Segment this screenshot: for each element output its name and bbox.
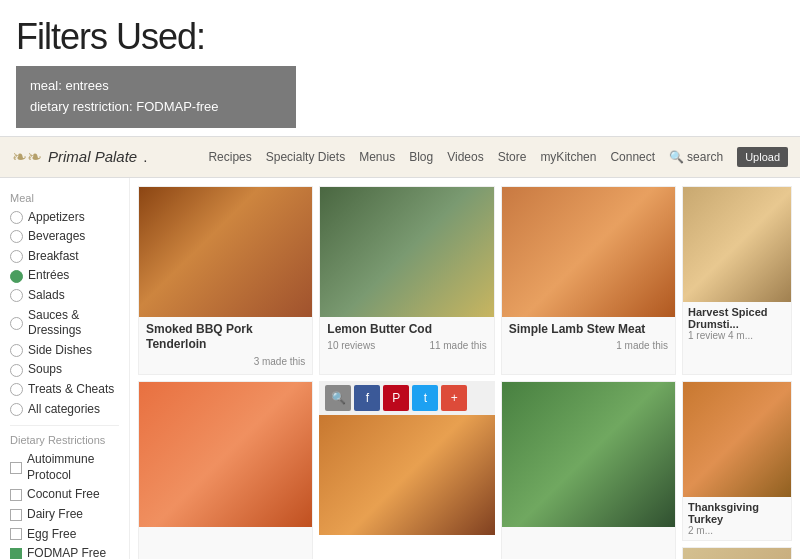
recipe-info-turkey: Thanksgiving Turkey 2 m...	[683, 497, 791, 540]
recipe-card-greens[interactable]	[501, 381, 676, 559]
sidebar-item-all-categories[interactable]: All categories	[10, 402, 119, 418]
nav-recipes[interactable]: Recipes	[208, 150, 251, 164]
recipe-card-harvest[interactable]: Harvest Spiced Drumsti... 1 review 4 m..…	[682, 186, 792, 375]
recipe-title-harvest: Harvest Spiced Drumsti...	[688, 306, 786, 330]
label-appetizers: Appetizers	[28, 210, 85, 226]
sidebar-item-salads[interactable]: Salads	[10, 288, 119, 304]
sidebar-item-entrees[interactable]: Entrées	[10, 268, 119, 284]
radio-all	[10, 403, 23, 416]
recipe-card-bbq-pork[interactable]: Smoked BBQ Pork Tenderloin 3 made this	[138, 186, 313, 375]
radio-beverages	[10, 230, 23, 243]
sidebar-divider	[10, 425, 119, 426]
recipe-card-cod[interactable]: Lemon Butter Cod 10 reviews 11 made this	[319, 186, 494, 375]
share-twitter-btn[interactable]: t	[412, 385, 438, 411]
recipe-card-salmon[interactable]	[138, 381, 313, 559]
recipe-card-pizza-col: 🔍 f P t +	[319, 381, 494, 559]
recipe-meta-cod: 10 reviews 11 made this	[327, 340, 486, 351]
page-title: Filters Used:	[16, 16, 784, 58]
recipe-card-side4[interactable]	[682, 547, 792, 559]
radio-treats	[10, 383, 23, 396]
recipe-image-salmon	[139, 382, 312, 527]
recipe-made-cod: 11 made this	[429, 340, 486, 351]
sidebar-item-dairy-free[interactable]: Dairy Free	[10, 507, 119, 523]
label-entrees: Entrées	[28, 268, 69, 284]
search-button[interactable]: 🔍 search	[669, 150, 723, 164]
sidebar-item-autoimmune[interactable]: Autoimmune Protocol	[10, 452, 119, 483]
right-col-bottom: Thanksgiving Turkey 2 m...	[682, 381, 792, 559]
label-breakfast: Breakfast	[28, 249, 79, 265]
sidebar-item-breakfast[interactable]: Breakfast	[10, 249, 119, 265]
radio-sauces	[10, 317, 23, 330]
label-sides: Side Dishes	[28, 343, 92, 359]
sidebar-item-treats[interactable]: Treats & Cheats	[10, 382, 119, 398]
share-search-btn[interactable]: 🔍	[325, 385, 351, 411]
recipe-meta-turkey: 2 m...	[688, 525, 786, 536]
recipe-made-turkey: 2 m...	[688, 525, 713, 536]
sidebar-item-beverages[interactable]: Beverages	[10, 229, 119, 245]
recipe-made-lamb: 1 made this	[616, 340, 668, 351]
nav-links: Recipes Specialty Diets Menus Blog Video…	[208, 147, 788, 167]
recipe-title-cod: Lemon Butter Cod	[327, 322, 486, 338]
filters-header: Filters Used: meal: entrees dietary rest…	[0, 0, 800, 136]
checkbox-fodmap	[10, 548, 22, 559]
meal-section-title: Meal	[10, 192, 119, 204]
recipe-image-cod	[320, 187, 493, 317]
search-icon: 🔍	[669, 150, 684, 164]
upload-button[interactable]: Upload	[737, 147, 788, 167]
label-sauces: Sauces & Dressings	[28, 308, 119, 339]
nav-mykitchen[interactable]: myKitchen	[540, 150, 596, 164]
recipe-image-turkey	[683, 382, 791, 497]
label-salads: Salads	[28, 288, 65, 304]
recipe-image-pizza	[319, 415, 494, 535]
sidebar-item-appetizers[interactable]: Appetizers	[10, 210, 119, 226]
recipe-image-bbq	[139, 187, 312, 317]
recipe-card-lamb[interactable]: Simple Lamb Stew Meat 1 made this	[501, 186, 676, 375]
recipe-meta-bbq: 3 made this	[146, 356, 305, 367]
label-egg: Egg Free	[27, 527, 76, 543]
brand-icon: ❧❧	[12, 146, 42, 168]
radio-salads	[10, 289, 23, 302]
recipe-reviews-harvest: 1 review	[688, 330, 725, 341]
recipe-meta-lamb: 1 made this	[509, 340, 668, 351]
recipe-info-harvest: Harvest Spiced Drumsti... 1 review 4 m..…	[683, 302, 791, 345]
sidebar-item-sauces[interactable]: Sauces & Dressings	[10, 308, 119, 339]
recipe-meta-harvest: 1 review 4 m...	[688, 330, 786, 341]
radio-appetizers	[10, 211, 23, 224]
share-pinterest-btn[interactable]: P	[383, 385, 409, 411]
nav-menus[interactable]: Menus	[359, 150, 395, 164]
label-treats: Treats & Cheats	[28, 382, 114, 398]
sidebar-item-coconut-free[interactable]: Coconut Free	[10, 487, 119, 503]
brand-dot: .	[143, 148, 147, 165]
sidebar-item-soups[interactable]: Soups	[10, 362, 119, 378]
recipe-info-lamb: Simple Lamb Stew Meat 1 made this	[502, 317, 675, 359]
sidebar-item-egg-free[interactable]: Egg Free	[10, 527, 119, 543]
filter-meal: meal: entrees	[30, 76, 282, 97]
nav-blog[interactable]: Blog	[409, 150, 433, 164]
nav-videos[interactable]: Videos	[447, 150, 483, 164]
recipe-card-turkey[interactable]: Thanksgiving Turkey 2 m...	[682, 381, 792, 541]
dietary-section-title: Dietary Restrictions	[10, 434, 119, 446]
label-beverages: Beverages	[28, 229, 85, 245]
checkbox-coconut	[10, 489, 22, 501]
nav-store[interactable]: Store	[498, 150, 527, 164]
recipe-made-harvest: 4 m...	[728, 330, 753, 341]
share-plus-btn[interactable]: +	[441, 385, 467, 411]
sidebar-item-side-dishes[interactable]: Side Dishes	[10, 343, 119, 359]
radio-soups	[10, 364, 23, 377]
recipe-image-greens	[502, 382, 675, 527]
share-facebook-btn[interactable]: f	[354, 385, 380, 411]
recipe-title-turkey: Thanksgiving Turkey	[688, 501, 786, 525]
nav-specialty[interactable]: Specialty Diets	[266, 150, 345, 164]
brand[interactable]: ❧❧ Primal Palate .	[12, 146, 147, 168]
nav-connect[interactable]: Connect	[610, 150, 655, 164]
filter-dietary: dietary restriction: FODMAP-free	[30, 97, 282, 118]
recipe-grid: Smoked BBQ Pork Tenderloin 3 made this L…	[130, 178, 800, 559]
share-bar: 🔍 f P t +	[319, 381, 494, 415]
checkbox-dairy	[10, 509, 22, 521]
recipe-image-lamb	[502, 187, 675, 317]
radio-sides	[10, 344, 23, 357]
label-autoimmune: Autoimmune Protocol	[27, 452, 119, 483]
sidebar: Meal Appetizers Beverages Breakfast Entr…	[0, 178, 130, 559]
recipe-image-harvest	[683, 187, 791, 302]
sidebar-item-fodmap[interactable]: FODMAP Free	[10, 546, 119, 559]
